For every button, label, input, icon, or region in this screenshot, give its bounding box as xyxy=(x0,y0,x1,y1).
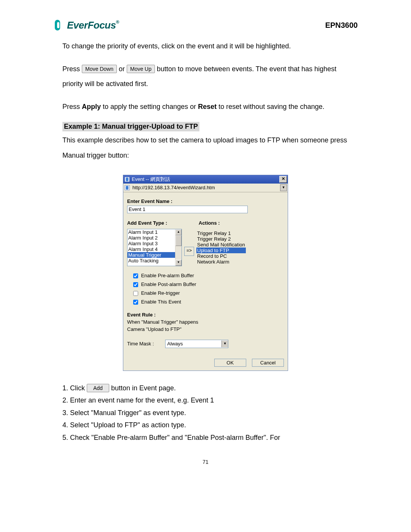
example-description: This example describes how to set the ca… xyxy=(53,133,358,163)
apply-keyword: Apply xyxy=(82,103,101,110)
action-item[interactable]: Network Alarm xyxy=(196,259,246,265)
brand-name: EverFocus® xyxy=(67,19,119,31)
enable-prealarm-checkbox[interactable] xyxy=(133,273,138,278)
cb-retrigger-row: Enable Re-trigger xyxy=(132,290,284,297)
svg-rect-1 xyxy=(57,22,59,28)
action-item[interactable]: Record to PC xyxy=(196,253,246,259)
event-dialog: Event -- 網頁對話 ✕ http://192.168.13.74/eve… xyxy=(123,175,288,371)
add-button[interactable]: Add xyxy=(87,384,109,392)
intro-paragraph-1: To change the priority of events, click … xyxy=(53,39,358,54)
everfocus-logo-icon xyxy=(53,19,65,31)
cb-postalarm-row: Enable Post-alarm Buffer xyxy=(132,281,284,288)
scrollbar[interactable]: ▲ ▼ xyxy=(175,229,182,266)
rule-line-2: Camera "Upload to FTP" xyxy=(127,326,284,332)
actions-label: Actions : xyxy=(199,220,284,226)
action-item[interactable]: Upload to FTP xyxy=(196,248,246,253)
url-text: http://192.168.13.74/eventWizard.htm xyxy=(132,185,280,190)
chevron-down-icon: ▼ xyxy=(221,340,228,347)
rule-line-1: When "Manual Trigger" happens xyxy=(127,319,284,325)
brand-logo: EverFocus® xyxy=(53,19,119,31)
step-4: Select "Upload to FTP" as action type. xyxy=(70,419,358,431)
intro-paragraph-2: Press Move Down or Move Up button to mov… xyxy=(53,62,358,92)
header: EverFocus® EPN3600 xyxy=(53,19,358,31)
move-up-button[interactable]: Move Up xyxy=(127,65,155,73)
page-number: 71 xyxy=(53,459,358,465)
step-1: Click Add button in Event page. xyxy=(70,382,358,394)
dialog-titlebar: Event -- 網頁對話 ✕ xyxy=(123,175,288,184)
event-type-item[interactable]: Alarm Input 2 xyxy=(127,235,175,241)
add-event-type-label: Add Event Type : xyxy=(127,220,196,226)
dialog-title: Event -- 網頁對話 xyxy=(132,176,279,183)
cb-prealarm-row: Enable Pre-alarm Buffer xyxy=(132,272,284,280)
step-3: Select "Manual Trigger" as event type. xyxy=(70,407,358,419)
action-item[interactable]: Send Mail Notification xyxy=(196,242,246,248)
cb-retrigger-label: Enable Re-trigger xyxy=(141,290,180,296)
ie-page-icon xyxy=(124,185,130,191)
move-down-button[interactable]: Move Down xyxy=(82,65,117,73)
scroll-thumb[interactable] xyxy=(175,235,182,246)
event-type-item[interactable]: Auto Tracking xyxy=(127,258,175,264)
close-icon[interactable]: ✕ xyxy=(279,176,287,183)
address-bar: http://192.168.13.74/eventWizard.htm ▼ xyxy=(123,184,288,192)
example-title: Example 1: Manual trigger-Upload to FTP xyxy=(62,122,199,131)
event-type-listbox[interactable]: Alarm Input 1Alarm Input 2Alarm Input 3A… xyxy=(127,229,182,266)
page-content: EverFocus® EPN3600 To change the priorit… xyxy=(46,19,365,465)
cb-prealarm-label: Enable Pre-alarm Buffer xyxy=(141,273,194,278)
cb-thisevent-row: Enable This Event xyxy=(132,299,284,306)
enable-thisevent-checkbox[interactable] xyxy=(133,300,138,305)
event-type-item[interactable]: Alarm Input 3 xyxy=(127,241,175,246)
event-type-item[interactable]: Manual Trigger xyxy=(127,252,175,258)
event-type-item[interactable]: Alarm Input 1 xyxy=(127,229,175,235)
product-name: EPN3600 xyxy=(325,21,358,31)
actions-listbox[interactable]: Trigger Relay 1Trigger Relay 2Send Mail … xyxy=(196,230,246,266)
time-mask-label: Time Mask : xyxy=(127,341,154,347)
ok-button[interactable]: OK xyxy=(214,359,246,367)
enable-postalarm-checkbox[interactable] xyxy=(133,282,138,287)
cb-thisevent-label: Enable This Event xyxy=(141,299,181,305)
step-2: Enter an event name for the event, e.g. … xyxy=(70,395,358,406)
cancel-button[interactable]: Cancel xyxy=(252,359,284,367)
dialog-body: Enter Event Name : Add Event Type : Acti… xyxy=(123,192,288,371)
enter-name-label: Enter Event Name : xyxy=(127,198,284,204)
dialog-screenshot: Event -- 網頁對話 ✕ http://192.168.13.74/eve… xyxy=(53,175,358,371)
ie-page-icon xyxy=(124,176,130,182)
enable-retrigger-checkbox[interactable] xyxy=(133,291,138,296)
intro-paragraph-3: Press Apply to apply the setting changes… xyxy=(53,99,358,115)
steps-list: Click Add button in Event page. Enter an… xyxy=(62,382,358,444)
event-rule-label: Event Rule : xyxy=(127,312,284,318)
cb-postalarm-label: Enable Post-alarm Buffer xyxy=(141,281,196,287)
step-5: Check "Enable Pre-alarm Buffer" and "Ena… xyxy=(70,432,358,444)
dropdown-icon[interactable]: ▼ xyxy=(280,184,287,191)
action-item[interactable]: Trigger Relay 1 xyxy=(196,230,246,236)
action-item[interactable]: Trigger Relay 2 xyxy=(196,236,246,242)
event-type-item[interactable]: Alarm Input 4 xyxy=(127,246,175,252)
event-name-input[interactable] xyxy=(127,206,248,213)
assign-arrow-button[interactable]: => xyxy=(184,247,194,256)
scroll-down-icon[interactable]: ▼ xyxy=(175,260,182,266)
scroll-up-icon[interactable]: ▲ xyxy=(175,229,182,235)
reset-keyword: Reset xyxy=(198,103,217,110)
time-mask-select[interactable]: Always ▼ xyxy=(165,340,228,348)
